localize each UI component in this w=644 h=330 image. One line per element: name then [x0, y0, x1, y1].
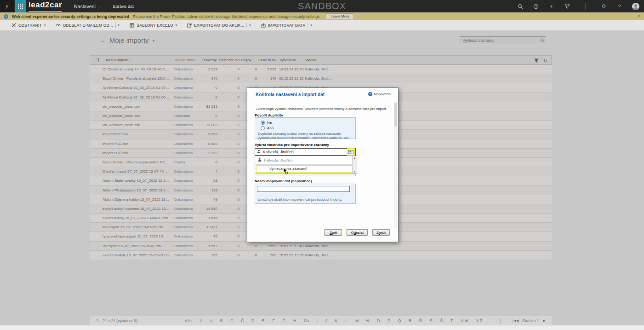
cell-import-name[interactable]: Aktivní Státní svátky 15_07_2022 15-33-3…	[103, 179, 171, 183]
cell-import-name[interactable]: Otevřeni Leadi 27_07_2022 15-07-45-xlsx.…	[103, 169, 171, 174]
mapping-name-input[interactable]	[257, 186, 350, 192]
column-header-partial[interactable]: Částečně neúsp	[218, 58, 240, 62]
table-row[interactable]: VPexport 15_07_2022 13-05-47.csv Dokonče…	[90, 242, 552, 251]
column-header-status[interactable]: Důvod stavu	[172, 58, 201, 62]
history-icon[interactable]	[533, 3, 539, 9]
view-selector[interactable]: ← Moje importy ▾	[100, 36, 154, 44]
letter-filter-all[interactable]: Vše	[184, 318, 193, 323]
column-header-created[interactable]: Vytvořeno ↓	[277, 58, 304, 62]
letter-filter[interactable]: O	[376, 318, 381, 323]
chevron-down-icon[interactable]: ▾	[310, 23, 312, 27]
letter-filter[interactable]: I	[316, 318, 319, 323]
dialog-scrollbar[interactable]	[394, 102, 398, 228]
cell-import-name[interactable]: import PSČ.csv	[103, 142, 171, 146]
table-row[interactable]: export modely 15_07_2022 13-05-28.csv Do…	[90, 251, 552, 260]
letter-filter[interactable]: D	[251, 318, 255, 323]
letter-filter[interactable]: J	[325, 318, 328, 323]
letter-filter[interactable]: Ř	[418, 318, 423, 323]
letter-filter[interactable]: T	[450, 318, 454, 323]
help-icon[interactable]: ?	[616, 3, 622, 9]
cell-import-name[interactable]: Aktivní Zájem a hobby 15_07_2022 13-13-5…	[103, 197, 171, 202]
cell-import-name[interactable]: typy souhlasu export 15_07_2022 13-23-22…	[103, 234, 171, 238]
back-arrow-icon[interactable]: ←	[100, 37, 106, 44]
letter-filter[interactable]: R	[408, 318, 412, 323]
letter-filter[interactable]: F	[272, 318, 276, 323]
plus-icon[interactable]: ＋	[548, 3, 554, 9]
letter-filter[interactable]: E	[261, 318, 266, 323]
back-button[interactable]: Zpět	[325, 229, 342, 236]
chevron-down-icon[interactable]: ▾	[118, 23, 120, 27]
submit-button[interactable]: Odeslat	[347, 229, 368, 236]
first-page-icon[interactable]: ❘◀ ◀	[512, 319, 519, 323]
search-input[interactable]	[460, 36, 538, 44]
cell-import-name[interactable]: import PSČ.csv	[103, 151, 171, 155]
dropdown-scrollbar[interactable]: ▲ ▼	[352, 156, 357, 174]
export-button[interactable]: EXPORTOVAT DO APLIK... ▾	[183, 20, 255, 31]
letter-filter[interactable]: X-Ž	[475, 318, 484, 323]
filter-icon[interactable]	[564, 3, 570, 9]
letter-filter[interactable]: U-W	[460, 318, 469, 323]
column-header-errors[interactable]: Chyby	[240, 58, 257, 62]
chevron-down-icon[interactable]: ▾	[249, 23, 251, 27]
cell-import-name[interactable]: MK export 15_07_2022 13-07-06.csv	[103, 225, 171, 229]
letter-filter[interactable]: P	[387, 318, 391, 323]
cell-import-name[interactable]: export svátky 15_07_2022 13-04-50.csv	[103, 216, 171, 220]
radio-option-yes[interactable]: Ano	[258, 125, 353, 131]
letter-filter[interactable]: H	[292, 318, 297, 323]
learn-more-button[interactable]: Learn More	[326, 13, 354, 19]
column-header-success[interactable]: Úspěchy	[201, 58, 218, 62]
letter-filter[interactable]: G	[282, 318, 287, 323]
letter-filter[interactable]: N	[365, 318, 370, 323]
letter-filter[interactable]: S	[429, 318, 433, 323]
chevron-down-icon[interactable]: ▾	[44, 23, 46, 27]
radio-option-no[interactable]: Ne	[258, 120, 353, 125]
import-data-button[interactable]: IMPORTOVAT DATA ▾	[257, 20, 316, 31]
user-avatar[interactable]	[632, 3, 639, 10]
table-row[interactable]: C) Otevřené Leady 14_03_24 15-40-03.xlsx…	[90, 65, 552, 74]
dialog-help-link[interactable]: ? Nápověda	[368, 92, 391, 96]
cell-import-name[interactable]: Excel Online - Všechna pracoviště 12/7/2…	[103, 160, 171, 164]
cell-import-name[interactable]: A) Aktivní Doklady 02_08_23 10-01-00.xls…	[103, 86, 171, 90]
nav-area-label[interactable]: Správa dat	[113, 4, 134, 9]
letter-filter[interactable]: A	[209, 318, 213, 323]
letter-filter[interactable]: Š	[439, 318, 444, 323]
dropdown-lookup-more[interactable]: Vyhledat více záznamů	[256, 165, 356, 173]
cell-import-name[interactable]: Aktivní Příslušenství 15_07_2022 13-05-3…	[103, 188, 171, 192]
gear-icon[interactable]: ⚙	[601, 3, 607, 9]
cell-import-name[interactable]: export modely 15_07_2022 13-05-28.csv	[103, 253, 171, 257]
letter-filter[interactable]: Č	[240, 318, 245, 323]
column-header-total[interactable]: Celkem zp	[257, 58, 277, 62]
cell-import-name[interactable]: vin_decoder_clean.csv	[103, 123, 171, 127]
cell-import-name[interactable]: import PSČ.csv	[103, 132, 171, 136]
refresh-icon[interactable]: ↻	[543, 58, 547, 63]
letter-filter[interactable]: K	[334, 318, 339, 323]
search-icon[interactable]	[517, 3, 523, 9]
table-row[interactable]: Excel Online - Povolení uživatelé 12/6/2…	[90, 74, 552, 83]
letter-filter[interactable]: C	[229, 318, 234, 323]
cell-import-name[interactable]: C) Otevřené Leady 14_03_24 15-40-03.xlsx	[103, 67, 171, 71]
chevron-down-icon[interactable]: ▾	[153, 38, 155, 43]
letter-filter[interactable]: Ch	[303, 318, 310, 323]
letter-filter[interactable]: L	[344, 318, 348, 323]
email-link-button[interactable]: ODESLAT E-MAILEM OD... ▾	[52, 20, 124, 31]
select-all-checkbox[interactable]	[90, 58, 103, 62]
cell-import-name[interactable]: A) Aktivní Doklady 02_08_23 10-01-00.xls…	[103, 95, 171, 99]
chevron-down-icon[interactable]: ▾	[176, 23, 177, 27]
scroll-up-icon[interactable]: ▲	[353, 156, 356, 159]
scroll-down-icon[interactable]: ▼	[353, 170, 356, 173]
banner-close-icon[interactable]: ×	[638, 14, 640, 19]
nav-settings[interactable]: Nastavení ⌄	[74, 4, 101, 9]
app-logo[interactable]: lead2car	[28, 0, 62, 12]
cell-import-name[interactable]: vin_decoder_clean.csv	[103, 114, 171, 118]
column-header-createdby[interactable]: Vytvořil	[304, 58, 337, 62]
letter-filter[interactable]: B	[219, 318, 224, 323]
lightning-icon[interactable]: ⚡	[0, 0, 14, 12]
next-page-icon[interactable]: ▶	[543, 319, 545, 323]
search-button[interactable]	[538, 36, 546, 44]
dropdown-item-owner[interactable]: Kalivoda, Jindřich	[255, 156, 357, 165]
lookup-button[interactable]	[347, 148, 355, 156]
cell-import-name[interactable]: export aktivní oslovení 15_07_2022 13-05…	[103, 207, 171, 211]
letter-filter[interactable]: #	[199, 318, 203, 323]
excel-templates-button[interactable]: ŠABLONY EXCELU ▾	[125, 20, 181, 31]
letter-filter[interactable]: M	[354, 318, 359, 323]
